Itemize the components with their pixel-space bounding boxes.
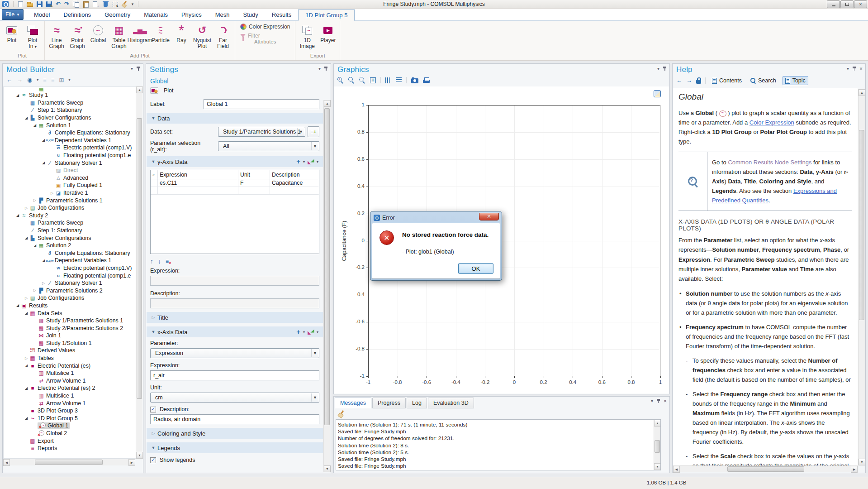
undo-icon[interactable]: ↶ [56, 1, 61, 7]
error-dialog-titlebar[interactable]: Error ✕ [372, 213, 500, 223]
tab-materials[interactable]: Materials [137, 9, 175, 20]
tree-item-solution-1[interactable]: ◢▦Solution 1 [4, 121, 136, 129]
tree-item-multislice-1[interactable]: ▥Multislice 1 [4, 392, 136, 400]
search-button[interactable]: Search [748, 77, 778, 85]
linegraph-button[interactable]: ≈LineGraph [46, 22, 67, 49]
expand-icon[interactable]: ▷ [24, 206, 29, 210]
topic-button[interactable]: Topic [783, 76, 808, 85]
tree-item-fully-coupled-1[interactable]: ▣Fully Coupled 1 [4, 182, 136, 189]
collapse-icon[interactable]: ◢ [15, 213, 20, 217]
back-icon[interactable]: ← [6, 77, 12, 83]
help-vertical-scrollbar[interactable]: ▲ ▼ [858, 89, 865, 465]
model-builder-vertical-scrollbar[interactable]: ▲ ▼ [136, 86, 142, 459]
cell-description[interactable]: Capacitance [270, 179, 319, 187]
add-expression-icon[interactable]: + [296, 158, 300, 165]
zoom-in-icon[interactable]: + [337, 77, 344, 83]
tree-item-tables[interactable]: ▷▦Tables [4, 355, 136, 362]
collapse-icon[interactable]: ◢ [41, 259, 46, 263]
app-logo-icon[interactable] [2, 1, 9, 7]
collapse-icon[interactable]: ◢ [24, 116, 29, 120]
tab-evaluation-3d[interactable]: Evaluation 3D [428, 398, 474, 408]
tree-item-results[interactable]: ◢▣Results [4, 302, 136, 310]
tree-item-reports[interactable]: ≡Reports [4, 445, 136, 452]
collapse-icon[interactable]: ◢ [32, 123, 38, 127]
column-header-unit[interactable]: Unit [238, 170, 270, 179]
plot-button[interactable]: Plot [1, 22, 22, 43]
column-header-expression[interactable]: Expression [158, 170, 238, 179]
show-icon[interactable]: ◉ [27, 77, 32, 83]
x-parameter-combo[interactable]: Expression▼ [150, 348, 319, 358]
close-icon[interactable]: × [859, 67, 863, 71]
tab-results[interactable]: Results [265, 9, 298, 20]
paste-icon[interactable] [83, 1, 89, 7]
tab-mesh[interactable]: Mesh [209, 9, 237, 20]
tree-item-global-2[interactable]: Global 2 [4, 430, 136, 437]
collapse-icon[interactable]: ◢ [32, 244, 38, 248]
column-header-description[interactable]: Description [270, 170, 319, 179]
section-title[interactable]: ▷ Title [147, 312, 323, 323]
panel-menu-icon[interactable]: ▾ [657, 67, 659, 71]
duplicate-icon[interactable] [93, 1, 99, 7]
close-icon[interactable]: × [664, 399, 667, 403]
scroll-up-icon[interactable]: ▲ [136, 86, 143, 93]
chevron-down-icon[interactable]: ▾ [132, 2, 134, 6]
pointgraph-button[interactable]: ≈PointGraph [67, 22, 88, 49]
tab-messages[interactable]: Messages [335, 398, 371, 408]
chevron-down-icon[interactable]: ▾ [303, 160, 305, 164]
pin-icon[interactable] [324, 67, 328, 71]
scroll-left-icon[interactable]: ◀ [673, 466, 680, 473]
particle-button[interactable]: ~ ~ ~Particle [150, 22, 171, 43]
show-menu-icon[interactable]: ▾ [37, 77, 38, 83]
tree-item-direct[interactable]: ▨Direct [4, 167, 136, 174]
expand-icon[interactable]: ▷ [41, 281, 46, 285]
cell-expression[interactable]: es.C11 [158, 179, 238, 187]
scroll-right-icon[interactable]: ▶ [128, 459, 135, 466]
tree-item-step-1-stationary[interactable]: ∕Step 1: Stationary [4, 106, 136, 114]
tree-item-dependent-variables-1[interactable]: ◢u,v,wDependent Variables 1 [4, 257, 136, 264]
tab-physics[interactable]: Physics [175, 9, 209, 20]
link-common-results-node-settings[interactable]: Common Results Node Settings [728, 159, 811, 166]
y-expression-input[interactable] [150, 276, 319, 286]
tree-item-electric-potential-es-2[interactable]: ◢■Electric Potential (es) 2 [4, 384, 136, 392]
go-to-menu-icon[interactable]: ▾ [68, 77, 70, 83]
open-file-icon[interactable] [27, 3, 33, 7]
chevron-down-icon[interactable]: ▾ [317, 160, 318, 164]
zoom-out-icon[interactable]: − [348, 77, 355, 83]
expand-icon[interactable]: ▷ [24, 356, 29, 360]
tree-item-electric-potential-comp1-v[interactable]: wElectric potential (comp1.V) [4, 264, 136, 272]
table-row-empty[interactable] [151, 187, 319, 195]
section-y-axis-data[interactable]: ▼ y-Axis Data + ▾ ▾ [147, 156, 323, 167]
tree-item-3d-plot-group-3[interactable]: ■3D Plot Group 3 [4, 407, 136, 415]
chevron-down-icon[interactable]: ▾ [317, 330, 318, 334]
tree-item-iterative-1[interactable]: ▷◪Iterative 1 [4, 189, 136, 197]
expand-all-icon[interactable]: ≡ [43, 77, 47, 83]
scroll-down-icon[interactable]: ▼ [136, 452, 143, 459]
tree-item-advanced[interactable]: △Advanced [4, 174, 136, 182]
collapse-icon[interactable]: ◢ [24, 386, 29, 390]
player-button[interactable]: ▶Player [318, 22, 338, 43]
tree-item-step-1-stationary[interactable]: ∕Step 1: Stationary [4, 227, 136, 235]
tree-item-parametric-sweep[interactable]: ▦Parametric Sweep [4, 99, 136, 107]
tab-definitions[interactable]: Definitions [57, 9, 98, 20]
scroll-right-icon[interactable]: ▶ [851, 466, 858, 473]
section-coloring-and-style[interactable]: ▷ Coloring and Style [147, 428, 323, 439]
move-down-icon[interactable]: ↓ [158, 258, 161, 265]
tree-item-electric-potential-comp1-v[interactable]: wElectric potential (comp1.V) [4, 144, 136, 152]
tree-item-data-sets[interactable]: ◢▦Data Sets [4, 309, 136, 317]
tree-item-compile-equations-stationary[interactable]: ∂Compile Equations: Stationary [4, 129, 136, 137]
panel-menu-icon[interactable]: ▾ [318, 67, 321, 71]
camera-icon[interactable] [411, 78, 418, 83]
tree-item-dependent-variables-1[interactable]: ◢u,v,wDependent Variables 1 [4, 137, 136, 144]
delete-row-icon[interactable]: ≡ [166, 258, 169, 264]
cell-unit[interactable]: F [238, 179, 270, 187]
help-horizontal-scrollbar[interactable]: ◀ ▶ [673, 465, 858, 472]
label-input[interactable]: Global 1 [204, 99, 319, 109]
show-legends-checkbox[interactable]: ✓ [150, 457, 156, 463]
clear-log-icon[interactable] [338, 410, 345, 417]
collapse-all-icon[interactable]: ≡ [51, 77, 55, 83]
plot-settings-icon[interactable] [654, 90, 661, 97]
scroll-up-icon[interactable]: ▲ [859, 89, 865, 96]
new-file-icon[interactable] [18, 1, 23, 7]
scroll-up-icon[interactable]: ▲ [324, 100, 331, 107]
expand-icon[interactable]: ▷ [24, 296, 29, 300]
